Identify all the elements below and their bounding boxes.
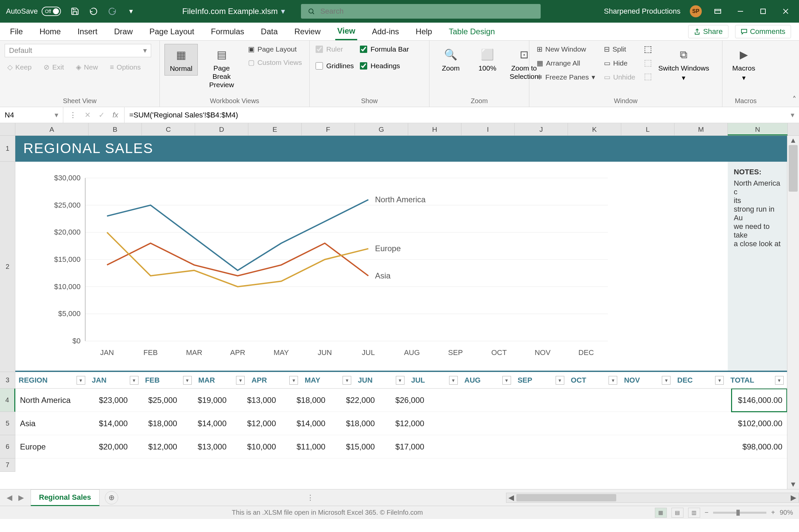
keep-button[interactable]: ◇Keep [5, 62, 34, 73]
table-header-cell[interactable]: SEP▾ [514, 372, 568, 388]
zoom-slider[interactable] [713, 512, 766, 514]
filter-dropdown-icon[interactable]: ▾ [396, 376, 405, 385]
filter-dropdown-icon[interactable]: ▾ [775, 376, 784, 385]
zoom-level[interactable]: 90% [780, 509, 793, 516]
ribbon-display-icon[interactable] [711, 5, 724, 18]
scroll-right-icon[interactable]: ▶ [789, 493, 799, 502]
gridlines-input[interactable] [316, 62, 323, 70]
data-cell[interactable] [577, 412, 627, 435]
redo-icon[interactable] [108, 7, 117, 16]
data-cell[interactable]: $14,000 [182, 412, 231, 435]
row-header-7[interactable]: 7 [0, 458, 15, 472]
data-cell[interactable]: $10,000 [231, 435, 281, 458]
data-cell[interactable]: $26,000 [379, 388, 429, 412]
tab-insert[interactable]: Insert [76, 24, 99, 40]
data-cell[interactable] [478, 388, 528, 412]
tab-file[interactable]: File [8, 24, 25, 40]
filter-dropdown-icon[interactable]: ▾ [662, 376, 670, 385]
data-cell[interactable]: $11,000 [281, 435, 330, 458]
filter-dropdown-icon[interactable]: ▾ [715, 376, 724, 385]
data-cell[interactable]: $12,000 [132, 435, 182, 458]
data-cell[interactable] [676, 412, 732, 435]
column-header-H[interactable]: H [408, 123, 461, 135]
filter-dropdown-icon[interactable]: ▾ [130, 376, 138, 385]
toggle-switch[interactable]: Off [42, 7, 61, 16]
switch-windows-button[interactable]: ⧉Switch Windows▾ [655, 44, 712, 84]
data-cell[interactable] [478, 435, 528, 458]
data-cell[interactable]: $18,000 [281, 388, 330, 412]
table-header-cell[interactable]: JUN▾ [355, 372, 408, 388]
maximize-icon[interactable] [756, 5, 770, 18]
vertical-scrollbar[interactable]: ▲ ▼ [787, 136, 799, 489]
minimize-icon[interactable] [734, 5, 747, 18]
chart[interactable]: $0$5,000$10,000$15,000$20,000$25,000$30,… [15, 162, 728, 370]
column-header-G[interactable]: G [355, 123, 408, 135]
total-cell[interactable]: $102,000.00 [731, 412, 787, 435]
data-cell[interactable] [429, 388, 478, 412]
zoom-out-icon[interactable]: − [705, 509, 709, 516]
column-header-I[interactable]: I [461, 123, 515, 135]
table-header-cell[interactable]: NOV▾ [620, 372, 674, 388]
table-header-cell[interactable]: MAR▾ [195, 372, 248, 388]
table-header-cell[interactable]: REGION▾ [15, 372, 89, 388]
filter-dropdown-icon[interactable]: ▾ [449, 376, 458, 385]
data-cell[interactable] [528, 412, 577, 435]
data-cell[interactable]: $22,000 [330, 388, 379, 412]
chevron-down-icon[interactable]: ▾ [55, 111, 58, 119]
data-cell[interactable] [627, 435, 676, 458]
data-cell[interactable]: $23,000 [83, 388, 132, 412]
add-sheet-button[interactable]: ⊕ [105, 491, 118, 505]
hscroll-thumb[interactable] [516, 494, 616, 501]
sync-icon-3[interactable]: ⬚ [644, 71, 652, 81]
formula-input[interactable]: =SUM('Regional Sales'!$B4:$M4) [125, 107, 786, 123]
filter-dropdown-icon[interactable]: ▾ [502, 376, 511, 385]
data-cell[interactable] [676, 388, 732, 412]
column-header-A[interactable]: A [15, 123, 89, 135]
data-cell[interactable]: $17,000 [379, 435, 429, 458]
sheet-view-dropdown[interactable]: Default▾ [5, 44, 151, 57]
row-header-6[interactable]: 6 [0, 435, 15, 458]
hide-button[interactable]: ▭Hide [601, 58, 638, 69]
data-cell[interactable] [676, 435, 732, 458]
table-header-cell[interactable]: MAY▾ [301, 372, 355, 388]
custom-views-button[interactable]: ▢Custom Views [245, 57, 304, 68]
avatar[interactable]: SP [690, 5, 702, 17]
data-cell[interactable] [528, 388, 577, 412]
zoom-in-icon[interactable]: + [771, 509, 775, 516]
column-header-C[interactable]: C [142, 123, 195, 135]
table-header-cell[interactable]: OCT▾ [568, 372, 621, 388]
column-header-F[interactable]: F [302, 123, 355, 135]
data-cell[interactable]: $15,000 [330, 435, 379, 458]
column-header-J[interactable]: J [515, 123, 568, 135]
zoom-knob[interactable] [737, 510, 740, 516]
tab-help[interactable]: Help [414, 24, 434, 40]
data-cell[interactable]: $20,000 [83, 435, 132, 458]
zoom-100-button[interactable]: ⬜100% [471, 44, 504, 75]
account-name[interactable]: Sharpened Productions [604, 7, 681, 16]
cancel-formula-icon[interactable]: ✕ [85, 111, 91, 119]
data-cell[interactable]: $19,000 [182, 388, 231, 412]
tab-review[interactable]: Review [292, 24, 322, 40]
search-box[interactable] [301, 4, 541, 19]
data-cell[interactable]: $12,000 [231, 412, 281, 435]
data-cell[interactable]: $18,000 [132, 412, 182, 435]
data-cell[interactable] [478, 412, 528, 435]
enter-formula-icon[interactable]: ✓ [98, 111, 105, 119]
data-cell[interactable]: $13,000 [182, 435, 231, 458]
column-header-B[interactable]: B [89, 123, 142, 135]
gridlines-checkbox[interactable]: Gridlines [314, 60, 355, 71]
search-input[interactable] [320, 7, 534, 16]
comments-button[interactable]: Comments [735, 25, 791, 38]
region-cell[interactable]: Europe [15, 435, 83, 458]
row-header-1[interactable]: 1 [0, 136, 15, 162]
data-cell[interactable]: $13,000 [231, 388, 281, 412]
table-header-cell[interactable]: JUL▾ [408, 372, 461, 388]
name-box[interactable]: N4▾ [0, 107, 63, 123]
data-cell[interactable] [627, 412, 676, 435]
sync-icon-2[interactable]: ⬚ [644, 58, 652, 68]
data-cell[interactable] [429, 412, 478, 435]
tab-draw[interactable]: Draw [112, 24, 135, 40]
scroll-up-icon[interactable]: ▲ [787, 136, 799, 145]
tab-formulas[interactable]: Formulas [209, 24, 246, 40]
row-header-4[interactable]: 4 [0, 388, 15, 412]
